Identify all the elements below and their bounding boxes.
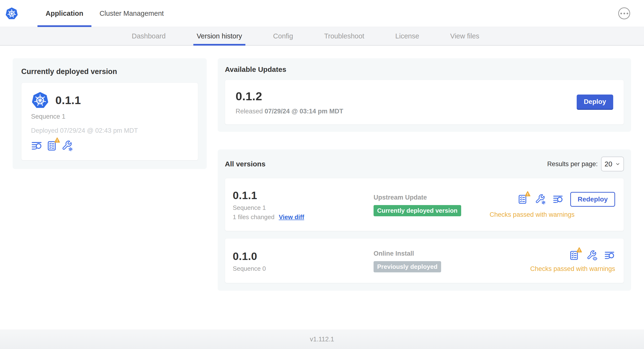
row-source-label: Upstream Update	[374, 194, 490, 201]
tab-cluster-management-label: Cluster Management	[100, 10, 164, 18]
wrench-gear-icon[interactable]	[62, 140, 73, 152]
deploy-button[interactable]: Deploy	[577, 94, 613, 110]
checklist-warning-icon[interactable]	[517, 194, 528, 205]
text-search-icon[interactable]	[552, 194, 564, 205]
results-per-page-select[interactable]: 20	[601, 156, 624, 172]
preflight-status-text: Checks passed with warnings	[490, 211, 574, 218]
results-per-page: Results per page: 20	[547, 156, 624, 172]
wrench-eye-icon[interactable]	[586, 250, 598, 261]
subnav-item-version-history[interactable]: Version history	[197, 27, 242, 45]
top-tabs: Application Cluster Management	[38, 0, 172, 27]
more-options-button[interactable]	[618, 8, 630, 19]
console-version: v1.112.1	[310, 336, 334, 343]
current-version-panel: Currently deployed version 0.1.1 Sequenc…	[13, 58, 207, 169]
results-per-page-label: Results per page:	[547, 160, 598, 168]
chevron-down-icon	[615, 161, 620, 166]
kubernetes-app-icon	[31, 91, 49, 109]
warning-triangle-icon	[524, 191, 531, 197]
subnav-item-view-files[interactable]: View files	[450, 27, 479, 45]
row-files-changed: 1 files changed	[233, 214, 274, 221]
current-version-sequence: Sequence 1	[31, 113, 188, 120]
checklist-warning-icon[interactable]	[569, 250, 580, 261]
update-released-line: Released 07/29/24 @ 03:14 pm MDT	[236, 108, 343, 115]
view-diff-link[interactable]: View diff	[279, 214, 304, 221]
ellipsis-icon	[620, 13, 622, 14]
all-versions-title: All versions	[225, 160, 266, 168]
tab-application-label: Application	[46, 10, 83, 18]
app-header: Application Cluster Management	[0, 0, 644, 27]
current-version-card: 0.1.1 Sequence 1 Deployed 07/29/24 @ 02:…	[21, 82, 198, 160]
deployed-status-badge: Currently deployed version	[374, 205, 461, 216]
kubernetes-logo-icon	[5, 7, 18, 20]
row-version-number: 0.1.1	[233, 189, 374, 202]
all-versions-panel: All versions Results per page: 20 0.1.1 …	[218, 150, 631, 291]
tab-cluster-management[interactable]: Cluster Management	[92, 0, 172, 27]
text-search-icon[interactable]	[31, 140, 42, 152]
tab-application[interactable]: Application	[38, 0, 92, 27]
available-updates-panel: Available Updates 0.1.2 Released 07/29/2…	[218, 58, 631, 132]
update-version-number: 0.1.2	[236, 90, 343, 103]
row-version-number: 0.1.0	[233, 250, 374, 262]
row-source-label: Online Install	[374, 250, 530, 257]
subnav-item-troubleshoot[interactable]: Troubleshoot	[324, 27, 364, 45]
row-sequence: Sequence 0	[233, 265, 374, 272]
text-search-icon[interactable]	[604, 250, 615, 261]
current-version-deployed-date: Deployed 07/29/24 @ 02:43 pm MDT	[31, 127, 188, 134]
current-version-number: 0.1.1	[56, 94, 81, 107]
update-released-date: 07/29/24 @ 03:14 pm MDT	[265, 108, 343, 115]
wrench-gear-icon[interactable]	[535, 194, 546, 205]
subnav-item-license[interactable]: License	[395, 27, 419, 45]
right-column: Available Updates 0.1.2 Released 07/29/2…	[218, 58, 631, 291]
subnav-item-dashboard[interactable]: Dashboard	[132, 27, 166, 45]
main-content: Currently deployed version 0.1.1 Sequenc…	[0, 46, 644, 330]
subnav-item-config[interactable]: Config	[273, 27, 293, 45]
warning-triangle-icon	[576, 247, 582, 253]
current-version-title: Currently deployed version	[21, 67, 198, 76]
preflight-status-text: Checks passed with warnings	[530, 265, 615, 272]
app-footer: v1.112.1	[0, 330, 644, 349]
deployed-status-badge: Previously deployed	[374, 261, 441, 272]
available-updates-title: Available Updates	[225, 66, 624, 74]
available-update-card: 0.1.2 Released 07/29/24 @ 03:14 pm MDT D…	[225, 80, 624, 124]
row-sequence: Sequence 1	[233, 204, 374, 212]
version-row-0.1.1: 0.1.1 Sequence 1 1 files changed View di…	[225, 178, 624, 231]
app-subnav: Dashboard Version history Config Trouble…	[0, 27, 644, 46]
version-row-0.1.0: 0.1.0 Sequence 0 Online Install Previous…	[225, 238, 624, 283]
redeploy-button[interactable]: Redeploy	[570, 192, 615, 207]
checklist-warning-icon[interactable]	[46, 140, 58, 152]
warning-triangle-icon	[54, 137, 60, 144]
